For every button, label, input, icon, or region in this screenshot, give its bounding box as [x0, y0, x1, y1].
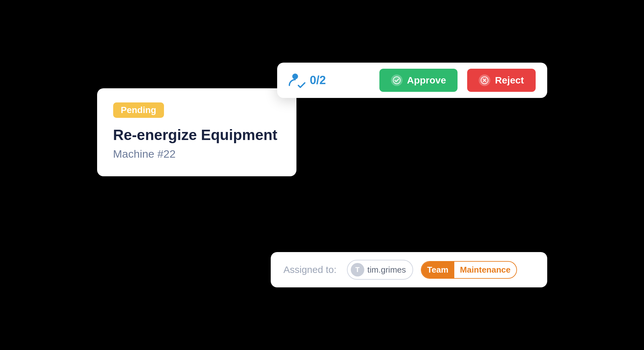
assignee-name: tim.grimes [367, 265, 406, 275]
team-chip: Team Maintenance [421, 261, 517, 279]
task-subtitle: Machine #22 [113, 148, 280, 160]
approval-card: 0/2 Approve Reject [277, 63, 547, 98]
person-check-icon [289, 72, 305, 89]
team-label: Team [422, 262, 454, 278]
approve-button[interactable]: Approve [379, 69, 458, 92]
task-card: Pending Re-energize Equipment Machine #2… [97, 88, 296, 176]
assignee-chip: T tim.grimes [347, 260, 413, 280]
avatar: T [351, 263, 364, 276]
assigned-card: Assigned to: T tim.grimes Team Maintenan… [271, 252, 547, 287]
status-badge: Pending [113, 102, 164, 118]
svg-point-0 [292, 74, 298, 79]
approver-info: 0/2 [289, 72, 326, 89]
approve-icon [391, 74, 403, 86]
approver-count: 0/2 [310, 74, 326, 87]
assigned-label: Assigned to: [284, 264, 337, 275]
reject-button[interactable]: Reject [467, 69, 535, 92]
task-title: Re-energize Equipment [113, 127, 280, 143]
svg-point-1 [393, 77, 400, 84]
team-name: Maintenance [454, 262, 517, 278]
reject-icon [479, 74, 490, 86]
